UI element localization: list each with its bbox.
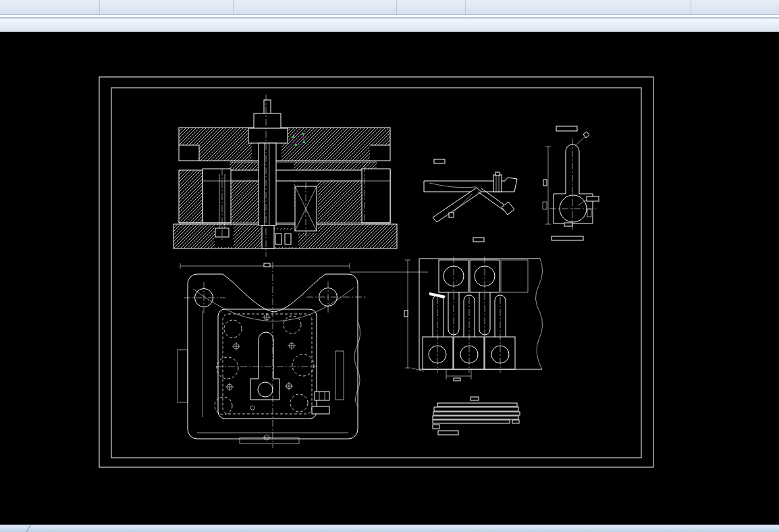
tab-basic-draw[interactable] [0,0,100,14]
tab-modify[interactable] [233,0,397,14]
ribbon-bottom-edge [0,14,779,19]
lever-detail-view [424,159,517,222]
drawing-canvas[interactable] [0,32,779,525]
tab-annotate[interactable] [396,0,466,14]
tab-spacer [691,0,779,14]
cad-drawing [0,32,779,525]
section-view [173,95,397,257]
tab-properties[interactable] [465,0,691,14]
status-bar [0,525,779,532]
tab-advanced-draw[interactable] [99,0,234,14]
stacked-strips-view [433,397,520,435]
ribbon-panel [0,19,779,32]
ribbon-tabbar [0,0,779,14]
plan-view [178,262,428,448]
bracket-part-view [543,126,599,240]
strip-layout-view [404,238,543,381]
tab-slash-icon [25,525,30,532]
small-bolts [225,313,296,440]
